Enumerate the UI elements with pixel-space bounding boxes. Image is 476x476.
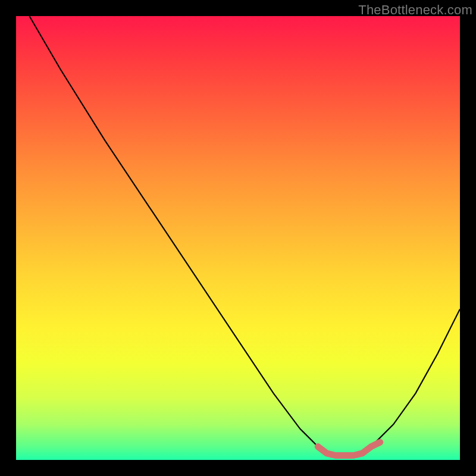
- chart-svg: [16, 16, 460, 460]
- bottleneck-curve: [29, 16, 460, 456]
- highlight-segment: [318, 442, 380, 455]
- plot-area: [16, 16, 460, 460]
- watermark-text: TheBottleneck.com: [358, 2, 472, 18]
- chart-frame: TheBottleneck.com: [0, 0, 476, 476]
